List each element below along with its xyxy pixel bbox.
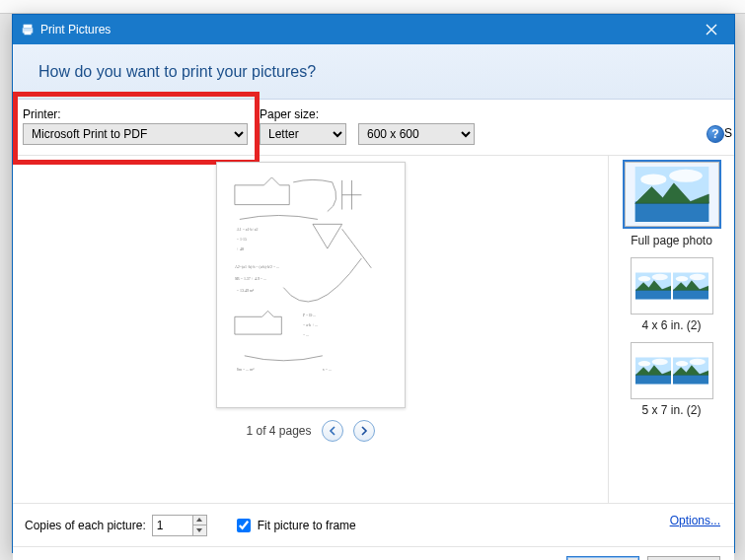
svg-point-33 bbox=[689, 359, 705, 365]
page-preview[interactable]: A1 = a1·b+a2 = 1·15 + 48 A2=(a1+b)·h = (… bbox=[216, 162, 406, 408]
svg-rect-0 bbox=[24, 25, 33, 29]
svg-text:x = ...: x = ... bbox=[322, 367, 331, 372]
next-page-button[interactable] bbox=[353, 420, 375, 442]
print-button[interactable]: Print bbox=[566, 556, 639, 561]
page-counter: 1 of 4 pages bbox=[246, 424, 311, 438]
svg-text:SB = 1.37 + 4.9 = ...: SB = 1.37 + 4.9 = ... bbox=[234, 276, 265, 281]
layout-thumb bbox=[625, 162, 719, 227]
paper-select[interactable]: Letter bbox=[260, 123, 346, 145]
fit-frame-field[interactable]: Fit picture to frame bbox=[233, 516, 356, 535]
cancel-button[interactable]: Cancel bbox=[647, 556, 720, 561]
copies-label: Copies of each picture: bbox=[25, 519, 146, 532]
layout-label: 4 x 6 in. (2) bbox=[631, 318, 713, 332]
bottom-bar: Copies of each picture: Fit picture to f… bbox=[13, 503, 734, 546]
printer-icon bbox=[21, 23, 35, 36]
svg-point-28 bbox=[637, 361, 650, 366]
options-link[interactable]: Options... bbox=[670, 514, 720, 527]
close-button[interactable] bbox=[689, 15, 734, 44]
header-question: How do you want to print your pictures? bbox=[38, 63, 316, 81]
paper-field: Paper size: Letter bbox=[260, 107, 346, 145]
svg-text:+ 48: + 48 bbox=[236, 246, 243, 251]
paper-label: Paper size: bbox=[260, 107, 346, 121]
fit-frame-checkbox[interactable] bbox=[237, 519, 251, 532]
layout-thumb bbox=[631, 342, 713, 399]
layout-option[interactable]: 4 x 6 in. (2) bbox=[631, 257, 713, 332]
layout-list[interactable]: Full page photo4 x 6 in. (2)5 x 7 in. (2… bbox=[608, 156, 734, 503]
svg-point-25 bbox=[689, 274, 705, 280]
printer-select[interactable]: Microsoft Print to PDF bbox=[23, 123, 248, 145]
layout-option[interactable]: 5 x 7 in. (2) bbox=[631, 342, 713, 417]
spinner-down-button[interactable] bbox=[193, 525, 206, 535]
button-row: Print Cancel bbox=[13, 546, 734, 560]
layout-option[interactable]: Full page photo bbox=[625, 162, 719, 247]
layout-label: Full page photo bbox=[625, 234, 719, 247]
svg-text:P = B·...: P = B·... bbox=[303, 313, 316, 317]
svg-point-16 bbox=[640, 174, 666, 184]
copies-spinner[interactable] bbox=[152, 515, 207, 536]
svg-rect-19 bbox=[635, 290, 671, 300]
svg-text:= ...: = ... bbox=[303, 332, 309, 337]
svg-rect-2 bbox=[25, 32, 32, 35]
layout-label: 5 x 7 in. (2) bbox=[631, 403, 713, 417]
header: How do you want to print your pictures? bbox=[13, 44, 734, 100]
svg-rect-23 bbox=[673, 290, 708, 300]
svg-text:= 13.49 m²: = 13.49 m² bbox=[236, 288, 254, 293]
svg-point-17 bbox=[669, 170, 703, 182]
page-navigation: 1 of 4 pages bbox=[246, 420, 374, 442]
svg-point-24 bbox=[675, 276, 688, 281]
spinner-buttons bbox=[192, 516, 206, 535]
svg-rect-15 bbox=[634, 201, 708, 222]
svg-point-32 bbox=[675, 361, 688, 366]
layout-thumb bbox=[631, 257, 713, 315]
arrow-left-icon bbox=[328, 426, 337, 436]
svg-rect-31 bbox=[673, 375, 708, 385]
print-pictures-dialog: Print Pictures How do you want to print … bbox=[12, 14, 735, 553]
svg-point-20 bbox=[637, 276, 650, 281]
quality-field: 600 x 600 bbox=[358, 123, 475, 145]
svg-point-29 bbox=[651, 359, 667, 365]
printer-field: Printer: Microsoft Print to PDF bbox=[23, 107, 248, 145]
svg-text:Sm = ... m²: Sm = ... m² bbox=[236, 367, 254, 372]
spinner-up-button[interactable] bbox=[193, 516, 206, 526]
quality-select[interactable]: 600 x 600 bbox=[358, 123, 475, 145]
help-button[interactable]: ? bbox=[707, 125, 724, 143]
window-title: Print Pictures bbox=[40, 23, 111, 36]
sketch-drawing: A1 = a1·b+a2 = 1·15 + 48 A2=(a1+b)·h = (… bbox=[225, 171, 397, 398]
fit-frame-label: Fit picture to frame bbox=[258, 519, 356, 532]
copies-input[interactable] bbox=[153, 516, 192, 535]
dialog-body: A1 = a1·b+a2 = 1·15 + 48 A2=(a1+b)·h = (… bbox=[13, 156, 734, 503]
truncated-label: S bbox=[724, 126, 732, 140]
preview-pane: A1 = a1·b+a2 = 1·15 + 48 A2=(a1+b)·h = (… bbox=[13, 156, 608, 503]
arrow-right-icon bbox=[359, 426, 369, 436]
svg-text:A2=(a1+b)·h = (a·b)·h/2 = ...: A2=(a1+b)·h = (a·b)·h/2 = ... bbox=[234, 264, 278, 269]
svg-rect-27 bbox=[635, 375, 671, 385]
toolbar: Printer: Microsoft Print to PDF Paper si… bbox=[13, 100, 734, 156]
svg-point-21 bbox=[651, 274, 667, 280]
svg-text:A1 = a1·b+a2: A1 = a1·b+a2 bbox=[236, 227, 258, 232]
printer-label: Printer: bbox=[23, 107, 248, 121]
svg-text:= 1·15: = 1·15 bbox=[236, 237, 246, 242]
help-icon: ? bbox=[711, 127, 718, 141]
prev-page-button[interactable] bbox=[322, 420, 343, 442]
close-icon bbox=[706, 24, 717, 35]
svg-text:= a·b + ...: = a·b + ... bbox=[303, 322, 318, 327]
ribbon-fragment bbox=[0, 0, 745, 14]
titlebar[interactable]: Print Pictures bbox=[13, 15, 734, 44]
